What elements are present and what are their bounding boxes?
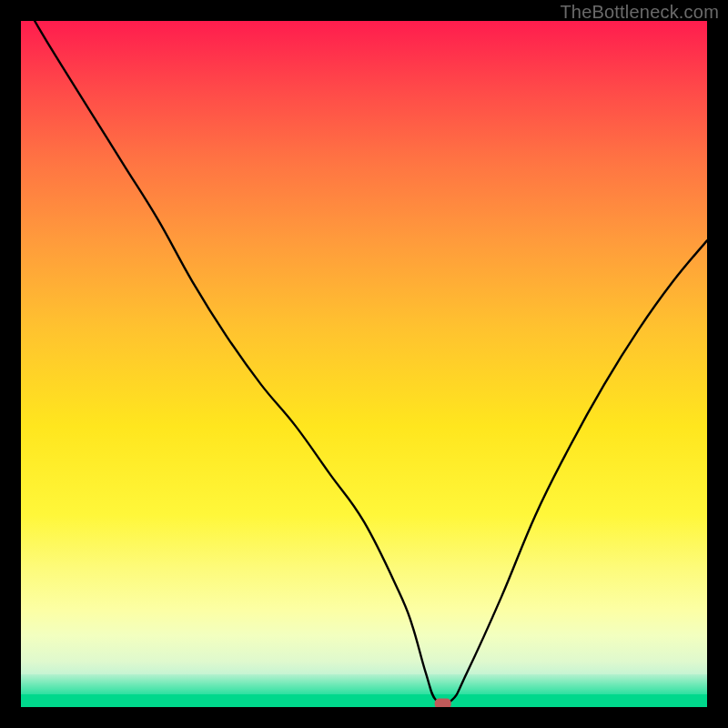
plot-area xyxy=(21,21,707,707)
watermark-text: TheBottleneck.com xyxy=(560,2,719,23)
chart-svg xyxy=(21,21,707,707)
optimal-point-marker xyxy=(435,699,451,707)
bottleneck-curve-path xyxy=(35,21,707,704)
chart-frame: TheBottleneck.com xyxy=(0,0,728,728)
